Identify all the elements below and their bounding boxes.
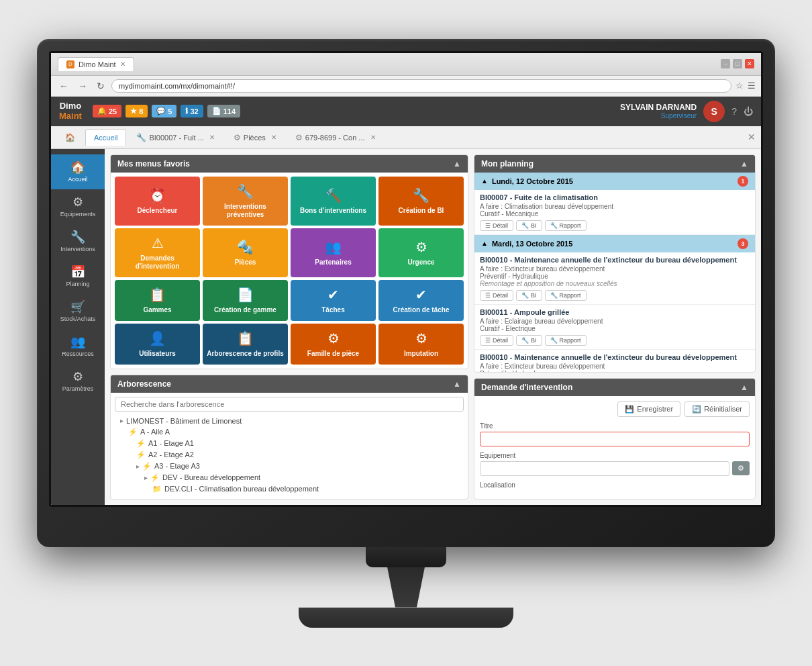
badge-favorites[interactable]: ★ 8 xyxy=(125,105,148,117)
bi00011-bi-btn[interactable]: 🔧 BI xyxy=(516,335,542,346)
tab-679-close[interactable]: ✕ xyxy=(370,134,376,141)
sidebar-item-equipements[interactable]: ⚙ Equipements xyxy=(51,189,105,224)
fav-creation-gamme[interactable]: 📄 Création de gamme xyxy=(203,280,288,321)
tree-item-dev[interactable]: ▸ ⚡ DEV - Bureau développement xyxy=(115,472,464,483)
fav-interv-prev-icon: 🔧 xyxy=(237,183,254,199)
fav-urgence-icon: ⚙ xyxy=(415,239,427,255)
help-icon[interactable]: ? xyxy=(731,106,737,117)
minimize-button[interactable]: － xyxy=(721,59,730,68)
address-bar[interactable]: mydimomaint.com/mx/dimomaint#!/ xyxy=(111,79,731,93)
tree-item-ailea[interactable]: ⚡ A - Aile A xyxy=(115,426,464,438)
browser-tab-close[interactable]: ✕ xyxy=(120,60,125,68)
bi00011-detail-btn[interactable]: ☰ Détail xyxy=(480,335,513,346)
tree-item-a3[interactable]: ▸ ⚡ A3 - Etage A3 xyxy=(115,461,464,472)
badge-info[interactable]: ℹ 32 xyxy=(181,105,203,117)
refresh-button[interactable]: ↻ xyxy=(94,79,107,93)
tree-bolt-a2-icon: ⚡ xyxy=(136,450,146,459)
fav-bons-interv[interactable]: 🔨 Bons d'interventions xyxy=(291,177,376,226)
close-button[interactable]: ✕ xyxy=(745,59,754,68)
monday-label: Lundi, 12 Octobre 2015 xyxy=(492,177,573,185)
power-icon[interactable]: ⏻ xyxy=(744,106,753,117)
badge-docs[interactable]: 📄 114 xyxy=(207,105,240,117)
fav-imputation[interactable]: ⚙ Imputation xyxy=(378,324,464,365)
fav-partenaires[interactable]: 👥 Partenaires xyxy=(291,228,376,277)
demande-collapse[interactable]: ▲ xyxy=(740,383,748,392)
tab-679[interactable]: ⚙ 679-8699 - Con ... ✕ xyxy=(287,128,385,146)
fav-famille-piece-icon: ⚙ xyxy=(327,330,340,346)
tab-accueil[interactable]: Accueil xyxy=(85,129,126,146)
fav-creation-tache[interactable]: ✔ Création de tâche xyxy=(378,280,464,321)
bi00010a-detail-btn[interactable]: ☰ Détail xyxy=(480,290,513,301)
tree-item-a1[interactable]: ⚡ A1 - Etage A1 xyxy=(115,438,464,449)
fav-declencheur[interactable]: ⏰ Déclencheur xyxy=(115,177,200,226)
bi00010a-bi-btn[interactable]: 🔧 BI xyxy=(516,290,542,301)
fav-creation-bi[interactable]: 🔧 Création de BI xyxy=(378,177,464,226)
planning-item-bi00010b: BI00010 - Maintenance annuelle de l'exti… xyxy=(474,350,755,373)
monday-collapse[interactable]: ▲ xyxy=(481,177,488,185)
bi00011-rapport-btn[interactable]: 🔧 Rapport xyxy=(545,335,587,346)
fav-interventions-prev[interactable]: 🔧 Interventions préventives xyxy=(203,177,288,226)
titre-input[interactable] xyxy=(480,432,750,446)
user-role: Superviseur xyxy=(620,112,697,120)
fav-partenaires-icon: 👥 xyxy=(325,239,342,255)
sidebar-item-ressources[interactable]: 👥 Ressources xyxy=(51,329,105,364)
tree-folder-icon: 📁 xyxy=(152,485,162,493)
fav-urgence[interactable]: ⚙ Urgence xyxy=(378,228,464,277)
sidebar-item-interventions[interactable]: 🔧 Interventions xyxy=(51,224,105,259)
bi00007-rapport-btn[interactable]: 🔧 Rapport xyxy=(545,220,587,231)
fav-taches[interactable]: ✔ Tâches xyxy=(291,280,376,321)
browser-titlebar: D Dimo Maint ✕ － □ ✕ xyxy=(51,53,761,76)
fav-creation-tache-icon: ✔ xyxy=(415,287,427,303)
enregistrer-button[interactable]: 💾 Enregistrer xyxy=(617,401,680,417)
reinitialiser-button[interactable]: 🔄 Réinitialiser xyxy=(684,401,750,417)
fav-arborescence-label: Arborescence de profils xyxy=(207,350,283,358)
fav-famille-piece[interactable]: ⚙ Famille de pièce xyxy=(291,324,376,365)
tree-item-devcli[interactable]: 📁 DEV.CLI - Climatisation bureau dévelop… xyxy=(115,483,464,495)
badge-notifications[interactable]: 🔔 25 xyxy=(93,105,121,117)
tab-pieces-close[interactable]: ✕ xyxy=(271,134,276,141)
tree-bolt-a3-icon: ⚡ xyxy=(142,462,152,471)
fav-pieces[interactable]: 🔩 Pièces xyxy=(203,228,288,277)
tree-item-a2[interactable]: ⚡ A2 - Etage A2 xyxy=(115,449,464,461)
tab-bar-close[interactable]: ✕ xyxy=(748,132,756,142)
tab-home[interactable]: 🏠 xyxy=(56,128,84,146)
fav-demandes[interactable]: ⚠ Demandes d'intervention xyxy=(115,228,200,277)
arborescence-search[interactable] xyxy=(115,397,464,412)
equipement-search-button[interactable]: ⚙ xyxy=(732,461,750,475)
browser-tab[interactable]: D Dimo Maint ✕ xyxy=(58,57,134,71)
fav-arborescence-icon: 📋 xyxy=(237,330,254,346)
back-button[interactable]: ← xyxy=(56,79,71,93)
arborescence-card: Arborescence ▲ ▸ LIMONEST - Bâtiment de … xyxy=(110,375,468,500)
tab-bi-close[interactable]: ✕ xyxy=(209,134,215,141)
favorites-collapse[interactable]: ▲ xyxy=(453,159,461,169)
menu-icon[interactable]: ☰ xyxy=(748,81,756,91)
equipement-input[interactable] xyxy=(480,461,729,476)
badge-messages[interactable]: 💬 5 xyxy=(152,105,176,117)
reinitialiser-label: Réinitialiser xyxy=(704,405,742,413)
equipement-label: Equipement xyxy=(480,452,750,459)
bi00007-bi-btn[interactable]: 🔧 BI xyxy=(516,220,542,231)
fav-gammes[interactable]: 📋 Gammes xyxy=(115,280,200,321)
maximize-button[interactable]: □ xyxy=(733,59,742,68)
tab-pieces[interactable]: ⚙ Pièces ✕ xyxy=(225,128,285,146)
bi00007-detail-btn[interactable]: ☰ Détail xyxy=(480,220,513,231)
forward-button[interactable]: → xyxy=(75,79,90,93)
bi00010a-rapport-btn[interactable]: 🔧 Rapport xyxy=(545,290,587,301)
address-text: mydimomaint.com/mx/dimomaint#!/ xyxy=(119,82,235,90)
fav-creation-gamme-icon: 📄 xyxy=(237,287,254,303)
bi00007-actions: ☰ Détail 🔧 BI 🔧 Rapport xyxy=(480,220,750,231)
fav-utilisateurs[interactable]: 👤 Utilisateurs xyxy=(115,324,200,365)
arborescence-collapse[interactable]: ▲ xyxy=(453,379,461,389)
monitor-screen: D Dimo Maint ✕ － □ ✕ ← → ↻ mydimomai xyxy=(49,51,763,507)
panel-left: Mes menus favoris ▲ ⏰ Déclencheur xyxy=(110,154,468,500)
tuesday-collapse[interactable]: ▲ xyxy=(481,240,488,247)
planning-collapse[interactable]: ▲ xyxy=(740,159,748,169)
sidebar-item-parametres[interactable]: ⚙ Paramètres xyxy=(51,364,105,399)
tab-bi00007[interactable]: 🔧 BI00007 - Fuit ... ✕ xyxy=(128,128,223,146)
sidebar-item-accueil[interactable]: 🏠 Accueil xyxy=(51,154,105,189)
arborescence-header: Arborescence ▲ xyxy=(111,375,468,393)
fav-arborescence[interactable]: 📋 Arborescence de profils xyxy=(203,324,288,365)
tree-item-limonest[interactable]: ▸ LIMONEST - Bâtiment de Limonest xyxy=(115,416,464,426)
sidebar-item-planning[interactable]: 📅 Planning xyxy=(51,259,105,294)
sidebar-item-stock[interactable]: 🛒 Stock/Achats xyxy=(51,294,105,329)
